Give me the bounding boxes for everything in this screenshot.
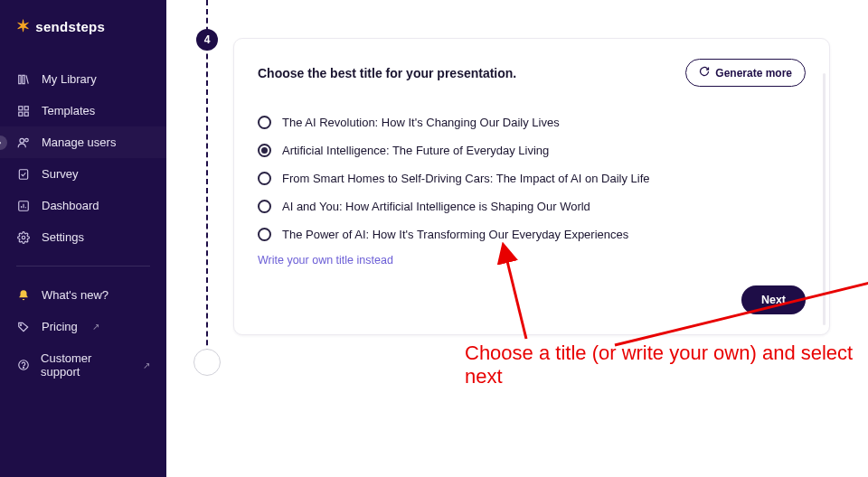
svg-point-15 [21,324,22,325]
svg-line-2 [26,75,28,83]
radio-icon[interactable] [258,172,271,185]
refresh-icon [699,66,710,80]
svg-rect-5 [19,112,23,116]
sidebar-item-pricing[interactable]: Pricing ↗ [0,311,166,342]
sidebar-item-templates[interactable]: Templates [0,95,166,126]
templates-icon [16,105,31,117]
generate-more-label: Generate more [715,67,792,80]
sidebar-item-label: Pricing [42,320,78,333]
sidebar-divider [16,266,150,267]
survey-icon [16,168,31,181]
title-option-label: The AI Revolution: How It's Changing Our… [282,116,560,129]
svg-rect-1 [23,75,24,83]
card-heading: Choose the best title for your presentat… [258,66,516,80]
sidebar-item-survey[interactable]: Survey [0,158,166,190]
card-header: Choose the best title for your presentat… [258,59,806,87]
title-option[interactable]: From Smart Homes to Self-Driving Cars: T… [258,164,806,192]
library-icon [16,73,31,86]
annotation-arrow-left [490,248,544,348]
title-option[interactable]: Artificial Intelligence: The Future of E… [258,136,806,164]
step-number: 4 [204,33,211,46]
title-options-list: The AI Revolution: How It's Changing Our… [258,108,806,248]
svg-rect-0 [19,75,21,83]
annotation-arrow-right [606,262,868,352]
brand-name: sendsteps [35,19,105,34]
svg-line-19 [506,257,526,339]
main-area: 4 Choose the best title for your present… [166,0,868,477]
title-option-label: Artificial Intelligence: The Future of E… [282,144,549,157]
step-number-badge: 4 [196,29,218,51]
svg-point-7 [20,138,24,143]
svg-rect-4 [24,106,28,109]
svg-point-8 [25,138,29,142]
radio-icon[interactable] [258,116,271,129]
radio-icon[interactable] [258,200,271,213]
sidebar-item-whats-new[interactable]: What's new? [0,279,166,311]
radio-icon[interactable] [258,228,271,241]
sidebar-item-label: What's new? [42,288,108,302]
sidebar-item-label: Manage users [42,136,116,149]
svg-rect-3 [19,106,23,109]
users-icon [16,136,31,149]
title-option[interactable]: AI and You: How Artificial Intelligence … [258,192,806,220]
title-option[interactable]: The AI Revolution: How It's Changing Our… [258,108,806,136]
sidebar-item-label: Settings [42,230,84,244]
sidebar: ✶ sendsteps My Library Templates › Manag… [0,0,166,477]
svg-rect-9 [19,169,27,179]
sidebar-item-label: Dashboard [42,199,99,212]
sidebar-item-settings[interactable]: Settings [0,221,166,253]
sidebar-item-label: Customer support [41,351,128,379]
gear-icon [16,231,31,244]
sidebar-item-dashboard[interactable]: Dashboard [0,190,166,221]
bell-icon [16,289,31,302]
sidebar-item-label: Survey [42,167,78,181]
svg-point-17 [23,367,24,368]
title-option[interactable]: The Power of AI: How It's Transforming O… [258,220,806,248]
sidebar-item-label: Templates [42,104,95,117]
write-own-title-link[interactable]: Write your own title instead [258,254,393,267]
help-icon [16,359,30,371]
title-option-label: From Smart Homes to Self-Driving Cars: T… [282,172,650,185]
sidebar-item-manage-users[interactable]: › Manage users [0,126,166,158]
timeline-line [206,0,208,372]
dashboard-icon [16,200,31,212]
generate-more-button[interactable]: Generate more [685,59,806,87]
timeline-end-circle [193,349,221,376]
sidebar-item-label: My Library [42,72,97,86]
sidebar-item-my-library[interactable]: My Library [0,63,166,95]
title-option-label: The Power of AI: How It's Transforming O… [282,228,628,241]
svg-point-14 [22,236,25,239]
svg-line-21 [615,271,868,345]
svg-rect-6 [24,112,28,116]
chevron-right-icon: › [0,136,7,150]
brand-logo: ✶ sendsteps [0,16,166,63]
tag-icon [16,321,31,333]
external-link-icon: ↗ [92,322,99,332]
title-option-label: AI and You: How Artificial Intelligence … [282,200,590,213]
sidebar-item-customer-support[interactable]: Customer support ↗ [0,342,166,388]
radio-icon[interactable] [258,144,271,157]
brand-logo-icon: ✶ [16,16,30,36]
external-link-icon: ↗ [143,360,150,370]
